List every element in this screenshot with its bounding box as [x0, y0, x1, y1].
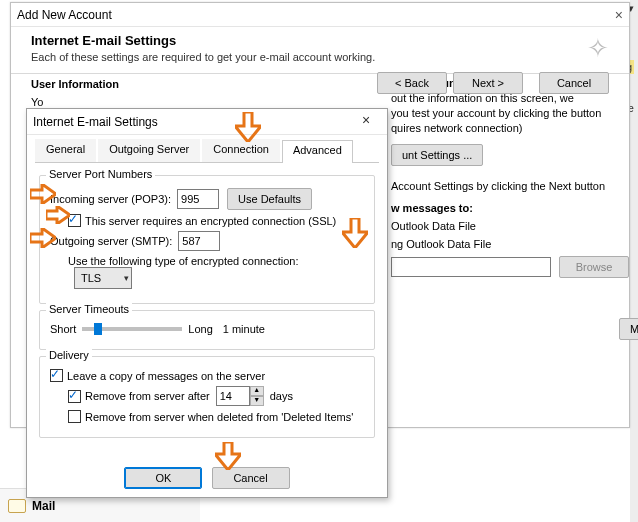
dlg-close-icon[interactable]: ×	[351, 112, 381, 132]
browse-button[interactable]: Browse	[559, 256, 629, 278]
group-port-numbers: Server Port Numbers Incoming server (POP…	[39, 175, 375, 304]
remove-after-days-spinner[interactable]: 14 ▲▼	[216, 386, 264, 406]
group-delivery: Delivery Leave a copy of messages on the…	[39, 356, 375, 438]
group-delivery-legend: Delivery	[46, 349, 92, 361]
remove-after-checkbox[interactable]	[68, 390, 81, 403]
dlg-titlebar: Internet E-mail Settings ×	[27, 109, 387, 135]
dlg-tabs: General Outgoing Server Connection Advan…	[35, 139, 379, 163]
dlg-cancel-button[interactable]: Cancel	[212, 467, 290, 489]
tab-outgoing[interactable]: Outgoing Server	[98, 139, 200, 162]
days-label: days	[270, 390, 293, 402]
remove-deleted-label: Remove from server when deleted from 'De…	[85, 411, 353, 423]
encryption-value: TLS	[81, 272, 101, 284]
tab-connection[interactable]: Connection	[202, 139, 280, 162]
user-info-heading: User Information	[31, 78, 119, 90]
leave-copy-checkbox[interactable]	[50, 369, 63, 382]
ssl-label: This server requires an encrypted connec…	[85, 215, 336, 227]
encryption-dropdown[interactable]: TLS ▾	[74, 267, 132, 289]
more-settings-button[interactable]: More Settings ...	[619, 318, 638, 340]
group-timeouts-legend: Server Timeouts	[46, 303, 132, 315]
back-button[interactable]: < Back	[377, 72, 447, 94]
cursor-sparkle-icon: ✧	[587, 33, 609, 64]
tab-general[interactable]: General	[35, 139, 96, 162]
outgoing-label: Outgoing server (SMTP):	[50, 235, 172, 247]
next-button[interactable]: Next >	[453, 72, 523, 94]
test-settings-column: Test Account Settings out the informatio…	[391, 74, 638, 340]
header-subtitle: Each of these settings are required to g…	[31, 51, 609, 63]
header-title: Internet E-mail Settings	[31, 33, 609, 48]
leave-copy-label: Leave a copy of messages on the server	[67, 370, 265, 382]
dlg-title: Internet E-mail Settings	[33, 115, 158, 129]
test-account-settings-button[interactable]: unt Settings ...	[391, 144, 483, 166]
timeout-value: 1 minute	[223, 323, 265, 335]
mail-nav-label: Mail	[32, 499, 55, 513]
chevron-down-icon: ▾	[124, 273, 129, 283]
outgoing-port-field[interactable]	[178, 231, 220, 251]
test-settings-l3: quires network connection)	[391, 122, 638, 134]
add-account-body: User Information Yo E-m Se Ac In Ou Lo U…	[11, 74, 629, 106]
label-fragment-yo: Yo	[31, 96, 119, 108]
email-settings-dialog: Internet E-mail Settings × General Outgo…	[26, 108, 388, 498]
screenshot-stage: rs ▾ nag e Ne Add New Account × Internet…	[0, 0, 638, 522]
group-port-numbers-legend: Server Port Numbers	[46, 168, 155, 180]
tab-advanced[interactable]: Advanced	[282, 140, 353, 163]
use-defaults-button[interactable]: Use Defaults	[227, 188, 312, 210]
test-settings-l2: you test your account by clicking the bu…	[391, 107, 638, 119]
timeout-slider[interactable]	[82, 327, 182, 331]
remove-deleted-checkbox[interactable]	[68, 410, 81, 423]
spinner-up-icon[interactable]: ▲	[250, 386, 264, 396]
add-account-header: Internet E-mail Settings Each of these s…	[11, 27, 629, 74]
close-icon[interactable]: ×	[615, 7, 623, 23]
group-timeouts: Server Timeouts Short Long 1 minute	[39, 310, 375, 350]
incoming-port-field[interactable]	[177, 189, 219, 209]
remove-after-days-value: 14	[216, 386, 250, 406]
data-file-path-field[interactable]	[391, 257, 551, 277]
slider-thumb[interactable]	[94, 323, 102, 335]
wizard-nav: < Back Next > Cancel	[377, 72, 609, 94]
ok-button[interactable]: OK	[124, 467, 202, 489]
add-account-title: Add New Account	[17, 8, 112, 22]
radio-opt2-label: ng Outlook Data File	[391, 238, 638, 250]
encryption-label: Use the following type of encrypted conn…	[68, 255, 299, 267]
timeout-long-label: Long	[188, 323, 212, 335]
dlg-content: Server Port Numbers Incoming server (POP…	[27, 163, 387, 450]
auto-test-label: Account Settings by clicking the Next bu…	[391, 180, 638, 192]
add-account-titlebar: Add New Account ×	[11, 3, 629, 27]
spinner-down-icon[interactable]: ▼	[250, 396, 264, 406]
timeout-short-label: Short	[50, 323, 76, 335]
remove-after-label: Remove from server after	[85, 390, 210, 402]
new-messages-to-label: w messages to:	[391, 202, 638, 214]
dlg-footer: OK Cancel	[27, 467, 387, 489]
radio-opt1-label: Outlook Data File	[391, 220, 638, 232]
mail-icon	[8, 499, 26, 513]
wizard-cancel-button[interactable]: Cancel	[539, 72, 609, 94]
ssl-checkbox[interactable]	[68, 214, 81, 227]
incoming-label: Incoming server (POP3):	[50, 193, 171, 205]
